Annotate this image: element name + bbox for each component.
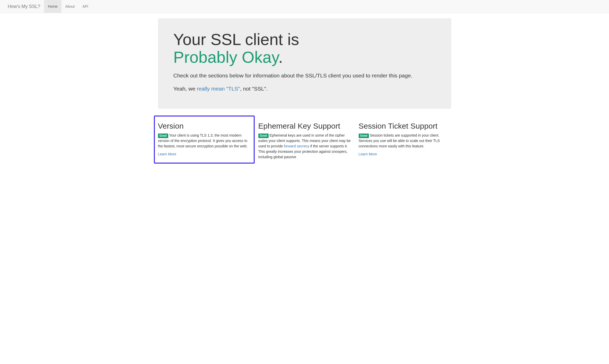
version-text: Good Your client is using TLS 1.3, the m… — [158, 133, 251, 149]
version-highlight: Version Good Your client is using TLS 1.… — [154, 116, 255, 164]
session-badge: Good — [359, 134, 369, 138]
session-title: Session Ticket Support — [359, 122, 451, 130]
navbar: How's My SSL? Home About API — [0, 0, 609, 13]
version-badge: Good — [158, 134, 168, 138]
brand-link[interactable]: How's My SSL? — [4, 0, 44, 13]
ephemeral-title: Ephemeral Key Support — [258, 122, 351, 130]
card-ephemeral: Ephemeral Key Support Good Ephemeral key… — [254, 117, 355, 164]
hero-sub: Check out the sections below for informa… — [173, 72, 436, 79]
nav-home[interactable]: Home — [44, 0, 61, 13]
session-learn-more[interactable]: Learn More — [359, 152, 377, 156]
hero-dot: . — [278, 48, 283, 66]
nav-list: Home About API — [44, 0, 92, 13]
session-body: Session tickets are supported in your cl… — [359, 133, 440, 148]
card-session: Session Ticket Support Good Session tick… — [355, 117, 455, 164]
forward-secrecy-link[interactable]: forward secrecy — [284, 144, 309, 148]
nav-api[interactable]: API — [78, 0, 92, 13]
tls-link[interactable]: really mean "TLS" — [197, 86, 240, 92]
hero: Your SSL client is Probably Okay. Check … — [158, 18, 451, 109]
hero-note: Yeah, we really mean "TLS", not "SSL". — [173, 85, 436, 93]
version-title: Version — [158, 122, 251, 130]
card-version: Version Good Your client is using TLS 1.… — [154, 117, 254, 164]
ephemeral-badge: Good — [258, 134, 269, 138]
hero-line1: Your SSL client is — [173, 30, 299, 48]
hero-rating: Probably Okay — [173, 48, 279, 66]
version-body: Your client is using TLS 1.3, the most m… — [158, 133, 248, 148]
cards-row: Version Good Your client is using TLS 1.… — [154, 117, 455, 164]
hero-heading: Your SSL client is Probably Okay. — [173, 31, 436, 66]
hero-note-suffix: , not "SSL". — [240, 86, 268, 92]
nav-about[interactable]: About — [61, 0, 79, 13]
session-text: Good Session tickets are supported in yo… — [359, 133, 451, 149]
hero-note-prefix: Yeah, we — [173, 86, 197, 92]
version-learn-more[interactable]: Learn More — [158, 152, 176, 156]
ephemeral-text: Good Ephemeral keys are used in some of … — [258, 133, 351, 160]
